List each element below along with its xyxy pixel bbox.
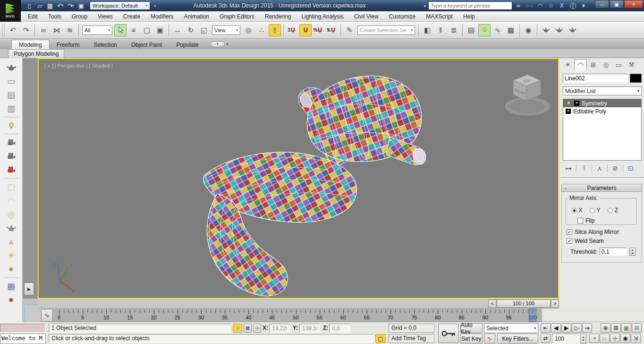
parameters-rollout-header[interactable]: - Parameters [561,184,642,192]
frame-indicator[interactable] [529,309,536,322]
curve-editor-button[interactable]: ∿ [491,24,504,36]
exchange-apps-button[interactable]: X [557,1,567,10]
workspace-dropdown[interactable]: Workspace: Default▾ [90,1,150,10]
ribbon-tab-selection[interactable]: Selection [86,40,124,49]
menu-rendering[interactable]: Rendering [260,12,296,21]
viewport-canvas[interactable]: [ + ] [ Perspective ] [ Shaded ] [39,59,558,298]
menu-group[interactable]: Group [67,12,93,21]
menu-modifiers[interactable]: Modifiers [145,12,179,21]
maxscript-mini-listener[interactable] [0,324,45,333]
mirror-button[interactable]: ◧ [421,24,433,36]
render-setup-button[interactable] [540,24,552,36]
time-slider-handle[interactable]: 100 / 100 [497,300,551,308]
help-button[interactable]: ? [568,1,577,10]
spinner-up-icon[interactable]: ▲ [582,335,585,339]
chevron-down-icon[interactable]: ▾ [62,4,64,8]
menu-animation[interactable]: Animation [179,12,214,21]
percent-snap-toggle-button[interactable]: % [313,24,325,36]
restore-button[interactable]: ▣ [610,0,624,9]
command-tab-modify[interactable]: ◠ [574,59,587,70]
menu-maxscript[interactable]: MAXScript [421,12,458,21]
wireframe-teapot-button[interactable] [3,221,20,235]
rendered-frame-window-2-button[interactable]: ▭ [3,74,20,88]
show-end-result-button[interactable]: ⊺ [578,163,590,173]
command-tab-create[interactable]: ✳ [561,59,574,70]
view-cube[interactable]: TOP FRONT [505,75,550,116]
close-button[interactable]: × [624,0,643,9]
select-object-button[interactable] [114,24,127,36]
select-and-rotate-button[interactable]: ↻ [185,24,197,36]
maximize-viewport-button[interactable]: ⇲ [631,334,641,343]
camera-from-view-button[interactable] [3,149,20,163]
save-file-button[interactable]: ▦ [45,1,55,10]
axis-option-x[interactable]: X [572,207,582,214]
layer-manager-button[interactable]: ≣ [448,24,460,36]
y-coordinate-field[interactable] [299,324,320,333]
polygon-modeling-panel-tab[interactable]: Polygon Modeling [8,49,64,58]
absolute-mode-transform-toggle[interactable]: ⊹ [253,324,261,333]
object-color-swatch[interactable] [630,74,642,83]
viewport-label[interactable]: [ + ] [ Perspective ] [ Shaded ] [44,63,113,69]
command-tab-display[interactable]: ▭ [612,59,625,70]
x-coordinate-field[interactable] [269,324,290,333]
previous-frame-nudge-button[interactable]: < [488,300,496,308]
menu-graph-editors[interactable]: Graph Editors [214,12,260,21]
pin-stack-button[interactable]: ⊶ [562,163,575,173]
zoom-extents-selected-button[interactable]: ▣ [621,323,631,333]
rendered-frame-window-button[interactable] [553,24,565,36]
ribbon-minimize-caret[interactable]: ▾ [227,42,229,46]
time-slider-track[interactable]: < 100 / 100 > [38,299,559,309]
menu-lighting-analysis[interactable]: Lighting Analysis [296,12,348,21]
reference-coordinate-system-dropdown[interactable]: View▾ [212,26,240,35]
help-caret-button[interactable]: ▾ [579,1,588,10]
isolate-selection-toggle[interactable] [233,324,242,333]
minimize-button[interactable]: — [595,0,609,9]
key-mode-dropdown[interactable]: Selected ▾ [484,323,538,333]
spinner-down-icon[interactable]: ▼ [631,252,634,255]
command-tab-utilities[interactable]: ⚒ [625,59,638,70]
current-frame-field[interactable] [552,334,580,344]
open-mini-curve-editor-button[interactable]: ∿ [41,309,53,322]
toggle-ribbon-button[interactable] [478,24,491,36]
selection-filter-dropdown[interactable]: All▾ [82,26,112,35]
undo-quick-button[interactable]: ↶▾ [56,1,65,10]
set-key-button[interactable]: Set Key [460,334,483,344]
go-to-end-button[interactable]: ⇥ [582,323,592,333]
key-filters-button[interactable]: Key Filters... [497,334,538,344]
scene-explorer-button[interactable]: ▤ [465,24,477,36]
make-unique-button[interactable]: ⋏ [593,163,606,173]
select-and-move-button[interactable]: ↔ [171,24,184,36]
time-tag-icon-button[interactable]: ▢ [375,334,386,343]
zoom-region-button[interactable]: ⊞ [611,323,621,333]
axis-option-y[interactable]: Y [590,207,600,214]
search-flyout-icon[interactable]: ▸ [424,3,426,8]
stack-row-editable-poly[interactable]: +Editable Poly [563,107,641,115]
snaps-toggle-button[interactable]: 3 [286,24,298,36]
weld-seam-checkbox[interactable]: ✓ [567,238,572,244]
go-to-start-button[interactable]: ⇤ [541,323,551,333]
select-and-scale-button[interactable]: ◱ [198,24,210,36]
schematic-view-button[interactable]: ▦ [505,24,517,36]
threshold-field[interactable] [600,248,627,256]
track-bar-ruler[interactable]: 0510152025303540455055606570758085909510… [53,309,542,322]
selection-lock-toggle[interactable]: ⊠ [244,324,252,333]
default-in-out-tangents-button[interactable]: ∿ [484,334,495,344]
unlink-selection-button[interactable]: ⋈ [51,24,63,36]
named-selection-sets-dropdown[interactable]: Create Selection Se▾ [357,26,415,35]
cone-light-button[interactable]: ▲ [3,235,20,249]
spinner-snap-toggle-button[interactable]: ⇅ [326,24,338,36]
key-mode-toggle-button[interactable]: ⇄ [541,334,551,343]
previous-frame-button[interactable]: ◀ [551,323,561,333]
select-and-manipulate-button[interactable]: ∴ [255,24,268,36]
keyboard-shortcut-override-button[interactable]: ⇧ [269,24,281,36]
modifier-list-dropdown[interactable]: Modifier List ▾ [563,86,642,95]
axis-radio-x[interactable] [572,208,577,213]
threshold-spinner[interactable]: ▲▼ [629,248,636,256]
menu-tools[interactable]: Tools [43,12,67,21]
menu-civil-view[interactable]: Civil View [349,12,384,21]
menu-customize[interactable]: Customize [384,12,421,21]
undo-button[interactable]: ↶ [7,24,19,36]
menu-edit[interactable]: Edit [23,12,43,21]
play-selected-button[interactable]: ▷ [600,334,610,343]
stack-row-symmetry[interactable]: +Symmetry [563,99,641,107]
